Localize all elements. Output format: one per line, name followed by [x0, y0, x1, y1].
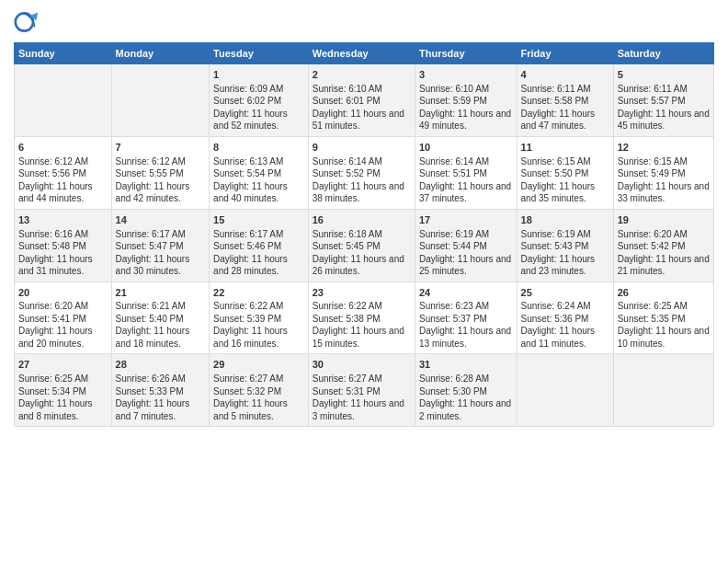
- sunrise-text: Sunrise: 6:24 AM: [521, 301, 591, 311]
- daylight-text: Daylight: 11 hours and 35 minutes.: [521, 181, 596, 204]
- calendar-cell: 22Sunrise: 6:22 AMSunset: 5:39 PMDayligh…: [210, 282, 309, 354]
- sunset-text: Sunset: 5:43 PM: [521, 241, 589, 251]
- daylight-text: Daylight: 11 hours and 15 minutes.: [313, 326, 404, 349]
- daylight-text: Daylight: 11 hours and 18 minutes.: [116, 326, 190, 349]
- sunrise-text: Sunrise: 6:16 AM: [18, 229, 88, 239]
- sunset-text: Sunset: 5:49 PM: [618, 168, 686, 178]
- day-number: 31: [419, 358, 513, 372]
- daylight-text: Daylight: 11 hours and 3 minutes.: [313, 398, 404, 421]
- sunrise-text: Sunrise: 6:20 AM: [18, 301, 88, 311]
- calendar-cell: 13Sunrise: 6:16 AMSunset: 5:48 PMDayligh…: [15, 209, 112, 282]
- calendar-cell: 14Sunrise: 6:17 AMSunset: 5:47 PMDayligh…: [111, 209, 210, 282]
- day-number: 6: [18, 141, 108, 155]
- calendar-cell: 4Sunrise: 6:11 AMSunset: 5:58 PMDaylight…: [517, 64, 613, 137]
- sunset-text: Sunset: 5:44 PM: [419, 241, 487, 251]
- sunrise-text: Sunrise: 6:10 AM: [313, 84, 382, 94]
- sunrise-text: Sunrise: 6:17 AM: [116, 229, 186, 239]
- sunrise-text: Sunrise: 6:13 AM: [213, 156, 283, 167]
- sunrise-text: Sunrise: 6:19 AM: [521, 229, 591, 239]
- calendar-cell: 5Sunrise: 6:11 AMSunset: 5:57 PMDaylight…: [613, 64, 713, 137]
- header-row: SundayMondayTuesdayWednesdayThursdayFrid…: [15, 43, 714, 64]
- calendar-cell: 2Sunrise: 6:10 AMSunset: 6:01 PMDaylight…: [308, 64, 415, 137]
- day-number: 19: [618, 213, 710, 227]
- sunset-text: Sunset: 5:51 PM: [419, 168, 487, 178]
- sunset-text: Sunset: 6:01 PM: [313, 96, 381, 106]
- sunset-text: Sunset: 5:54 PM: [213, 168, 281, 178]
- calendar-cell: 30Sunrise: 6:27 AMSunset: 5:31 PMDayligh…: [308, 354, 415, 427]
- calendar-cell: 25Sunrise: 6:24 AMSunset: 5:36 PMDayligh…: [517, 282, 613, 354]
- sunset-text: Sunset: 5:55 PM: [116, 168, 184, 178]
- calendar-cell: 21Sunrise: 6:21 AMSunset: 5:40 PMDayligh…: [111, 282, 210, 354]
- sunrise-text: Sunrise: 6:20 AM: [618, 229, 688, 239]
- calendar-cell: 18Sunrise: 6:19 AMSunset: 5:43 PMDayligh…: [517, 209, 613, 282]
- sunset-text: Sunset: 5:30 PM: [419, 386, 487, 396]
- daylight-text: Daylight: 11 hours and 13 minutes.: [419, 326, 511, 349]
- calendar-cell: 7Sunrise: 6:12 AMSunset: 5:55 PMDaylight…: [111, 136, 210, 209]
- day-number: 28: [116, 358, 206, 372]
- calendar-cell: 28Sunrise: 6:26 AMSunset: 5:33 PMDayligh…: [111, 354, 210, 427]
- sunset-text: Sunset: 5:36 PM: [521, 314, 589, 324]
- daylight-text: Daylight: 11 hours and 8 minutes.: [18, 398, 93, 421]
- daylight-text: Daylight: 11 hours and 47 minutes.: [521, 109, 596, 132]
- sunrise-text: Sunrise: 6:27 AM: [213, 373, 283, 384]
- sunset-text: Sunset: 5:46 PM: [213, 241, 281, 251]
- sunrise-text: Sunrise: 6:21 AM: [116, 301, 186, 311]
- sunrise-text: Sunrise: 6:10 AM: [419, 84, 489, 94]
- day-number: 17: [419, 213, 513, 227]
- header-cell-wednesday: Wednesday: [308, 43, 415, 64]
- calendar-cell: 8Sunrise: 6:13 AMSunset: 5:54 PMDaylight…: [210, 136, 309, 209]
- calendar-cell: 11Sunrise: 6:15 AMSunset: 5:50 PMDayligh…: [517, 136, 613, 209]
- daylight-text: Daylight: 11 hours and 26 minutes.: [313, 254, 404, 277]
- day-number: 30: [313, 358, 411, 372]
- sunrise-text: Sunrise: 6:12 AM: [18, 156, 88, 167]
- calendar-cell: 15Sunrise: 6:17 AMSunset: 5:46 PMDayligh…: [210, 209, 309, 282]
- sunset-text: Sunset: 5:47 PM: [116, 241, 184, 251]
- daylight-text: Daylight: 11 hours and 25 minutes.: [419, 254, 511, 277]
- daylight-text: Daylight: 11 hours and 5 minutes.: [213, 398, 288, 421]
- sunrise-text: Sunrise: 6:28 AM: [419, 373, 489, 384]
- sunrise-text: Sunrise: 6:27 AM: [313, 373, 382, 384]
- day-number: 9: [313, 141, 411, 155]
- calendar-cell: 12Sunrise: 6:15 AMSunset: 5:49 PMDayligh…: [613, 136, 713, 209]
- sunrise-text: Sunrise: 6:12 AM: [116, 156, 186, 167]
- header-cell-saturday: Saturday: [613, 43, 713, 64]
- sunrise-text: Sunrise: 6:15 AM: [521, 156, 591, 167]
- calendar-cell: 20Sunrise: 6:20 AMSunset: 5:41 PMDayligh…: [15, 282, 112, 354]
- day-number: 8: [213, 141, 304, 155]
- sunset-text: Sunset: 5:33 PM: [116, 386, 184, 396]
- calendar-cell: 24Sunrise: 6:23 AMSunset: 5:37 PMDayligh…: [415, 282, 518, 354]
- daylight-text: Daylight: 11 hours and 20 minutes.: [18, 326, 93, 349]
- header-cell-friday: Friday: [517, 43, 613, 64]
- logo: [14, 9, 43, 35]
- day-number: 7: [116, 141, 206, 155]
- day-number: 15: [213, 213, 304, 227]
- daylight-text: Daylight: 11 hours and 44 minutes.: [18, 181, 93, 204]
- sunset-text: Sunset: 5:57 PM: [618, 96, 686, 106]
- sunset-text: Sunset: 5:52 PM: [313, 168, 381, 178]
- sunset-text: Sunset: 5:32 PM: [213, 386, 281, 396]
- daylight-text: Daylight: 11 hours and 37 minutes.: [419, 181, 511, 204]
- day-number: 5: [618, 68, 710, 82]
- day-number: 12: [618, 141, 710, 155]
- sunset-text: Sunset: 5:42 PM: [618, 241, 686, 251]
- calendar-cell: 27Sunrise: 6:25 AMSunset: 5:34 PMDayligh…: [15, 354, 112, 427]
- sunrise-text: Sunrise: 6:26 AM: [116, 373, 186, 384]
- calendar-body: 1Sunrise: 6:09 AMSunset: 6:02 PMDaylight…: [15, 64, 714, 427]
- sunrise-text: Sunrise: 6:11 AM: [521, 84, 591, 94]
- calendar-cell: 6Sunrise: 6:12 AMSunset: 5:56 PMDaylight…: [15, 136, 112, 209]
- sunset-text: Sunset: 5:39 PM: [213, 314, 281, 324]
- header-cell-thursday: Thursday: [415, 43, 518, 64]
- daylight-text: Daylight: 11 hours and 49 minutes.: [419, 109, 511, 132]
- daylight-text: Daylight: 11 hours and 7 minutes.: [116, 398, 190, 421]
- week-row-1: 1Sunrise: 6:09 AMSunset: 6:02 PMDaylight…: [15, 64, 714, 137]
- sunrise-text: Sunrise: 6:14 AM: [313, 156, 382, 167]
- sunrise-text: Sunrise: 6:23 AM: [419, 301, 489, 311]
- day-number: 26: [618, 286, 710, 300]
- sunset-text: Sunset: 5:58 PM: [521, 96, 589, 106]
- week-row-2: 6Sunrise: 6:12 AMSunset: 5:56 PMDaylight…: [15, 136, 714, 209]
- daylight-text: Daylight: 11 hours and 28 minutes.: [213, 254, 288, 277]
- day-number: 11: [521, 141, 609, 155]
- day-number: 2: [313, 68, 411, 82]
- sunset-text: Sunset: 5:35 PM: [618, 314, 686, 324]
- sunrise-text: Sunrise: 6:22 AM: [213, 301, 283, 311]
